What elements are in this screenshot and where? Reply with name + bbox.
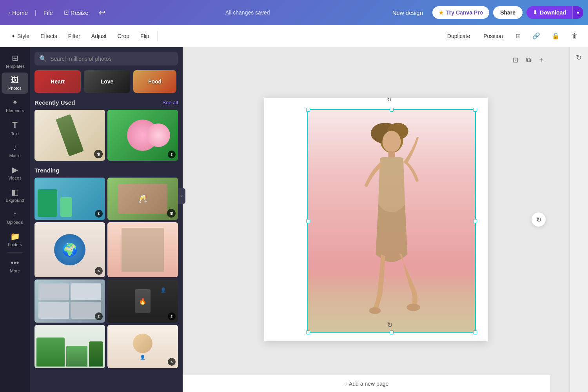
sidebar-item-background[interactable]: ◧ Bkground: [2, 184, 28, 206]
nav-divider: |: [35, 9, 36, 16]
recent-photo-2[interactable]: £: [107, 110, 178, 161]
position-button[interactable]: Position: [479, 31, 508, 42]
handle-middle-right[interactable]: [473, 219, 477, 223]
handle-bottom-left[interactable]: [306, 330, 310, 334]
canvas-refresh-button[interactable]: ↻: [532, 212, 546, 227]
sidebar-item-folders[interactable]: 📁 Folders: [2, 229, 28, 250]
download-icon: ⬇: [533, 9, 537, 16]
crown-badge-t2: ♛: [167, 209, 176, 218]
home-button[interactable]: ‹ Home: [5, 7, 32, 18]
pro-badge-t5: £: [95, 312, 103, 320]
svg-point-5: [369, 307, 381, 314]
trending-photo-5[interactable]: £: [34, 279, 105, 323]
canvas-image: [308, 110, 475, 332]
category-chips: Heart Love Food ›: [34, 70, 178, 93]
canvas-top-buttons: ⊡ ⧉ +: [510, 53, 546, 67]
link-button[interactable]: 🔗: [528, 30, 544, 42]
style-button[interactable]: ✦ Style: [6, 31, 34, 42]
sidebar-item-photos[interactable]: 🖼 Photos: [2, 73, 28, 94]
sidebar-item-uploads[interactable]: ↑ Uploads: [2, 207, 28, 228]
background-label: Bkground: [5, 198, 24, 203]
handle-bottom-right[interactable]: [473, 330, 477, 334]
home-label: Home: [12, 9, 28, 16]
download-dropdown-button[interactable]: ▾: [572, 6, 583, 19]
handle-top-left[interactable]: [306, 108, 310, 112]
save-status: All changes saved: [112, 9, 384, 16]
undo-button[interactable]: ↩: [96, 6, 109, 19]
rotate-icon-top[interactable]: ↻: [387, 96, 392, 103]
sidebar-item-videos[interactable]: ▶ Videos: [2, 162, 28, 183]
rotate-handle-bottom[interactable]: ↻: [387, 321, 393, 329]
folders-icon: 📁: [10, 232, 20, 241]
trending-photo-4[interactable]: [107, 222, 178, 277]
photos-icon: 🖼: [11, 76, 19, 85]
sidebar-item-music[interactable]: ♪ Music: [2, 140, 28, 161]
svg-point-3: [383, 131, 401, 152]
trending-photo-3[interactable]: 🌍 £: [34, 222, 105, 277]
trending-photo-6[interactable]: 🔥 👤 £: [107, 279, 178, 323]
trending-photo-2[interactable]: 🥂 ♛: [107, 178, 178, 220]
toolbar-separator: [157, 31, 158, 42]
add-page-bar[interactable]: + Add a new page: [183, 375, 550, 392]
canvas-expand-button[interactable]: ⊡: [510, 53, 521, 67]
trending-photo-8[interactable]: 👤 £: [107, 325, 178, 368]
category-chip-love[interactable]: Love: [84, 70, 130, 93]
download-button[interactable]: ⬇ Download: [526, 6, 572, 19]
nav-right-group: New design ★ Try Canva Pro Share ⬇ Downl…: [387, 6, 583, 19]
left-sidebar: ⊞ Templates 🖼 Photos ✦ Elements T Text ♪…: [0, 47, 30, 392]
handle-top-right[interactable]: [473, 108, 477, 112]
right-refresh-icon[interactable]: ↻: [573, 50, 585, 65]
category-chip-heart[interactable]: Heart: [34, 70, 81, 93]
category-chip-food[interactable]: Food: [133, 70, 176, 93]
music-label: Music: [9, 153, 21, 158]
trending-photo-7[interactable]: [34, 325, 105, 368]
sidebar-item-text[interactable]: T Text: [2, 117, 28, 139]
canvas-add-button[interactable]: +: [537, 53, 546, 67]
canvas-duplicate-button[interactable]: ⧉: [524, 53, 534, 67]
music-icon: ♪: [13, 143, 17, 152]
see-all-button[interactable]: See all: [162, 100, 178, 105]
handle-top-center[interactable]: [390, 108, 394, 112]
more-label: More: [10, 269, 20, 273]
effects-button[interactable]: Effects: [36, 31, 62, 42]
handle-bottom-center[interactable]: [390, 330, 394, 334]
search-input[interactable]: [50, 56, 173, 62]
file-menu[interactable]: File: [40, 7, 57, 18]
sidebar-item-more[interactable]: ••• More: [2, 255, 28, 276]
navbar: ‹ Home | File ⊡ Resize ↩ All changes sav…: [0, 0, 588, 25]
pro-badge-2: £: [168, 151, 176, 158]
canvas-page: ↻ ↻: [264, 98, 488, 341]
recent-photo-1[interactable]: ♛: [34, 110, 105, 161]
trending-photo-1[interactable]: £: [34, 178, 105, 220]
crown-icon: ★: [439, 9, 444, 16]
download-group: ⬇ Download ▾: [526, 6, 583, 19]
grid-view-button[interactable]: ⊞: [512, 30, 524, 42]
delete-button[interactable]: 🗑: [568, 30, 582, 42]
lock-button[interactable]: 🔒: [548, 30, 564, 42]
handle-middle-left[interactable]: [306, 219, 310, 223]
chip-heart-overlay: Heart: [34, 70, 81, 93]
more-icon: •••: [11, 258, 19, 267]
chip-food-label: Food: [148, 78, 162, 85]
filter-button[interactable]: Filter: [64, 31, 85, 42]
new-design-button[interactable]: New design: [387, 6, 428, 19]
duplicate-button[interactable]: Duplicate: [443, 31, 475, 42]
selected-image-container[interactable]: ↻: [307, 109, 476, 333]
photos-label: Photos: [8, 86, 22, 91]
adjust-button[interactable]: Adjust: [87, 31, 111, 42]
try-pro-button[interactable]: ★ Try Canva Pro: [432, 6, 489, 19]
sidebar-item-elements[interactable]: ✦ Elements: [2, 94, 28, 116]
main-layout: ⊞ Templates 🖼 Photos ✦ Elements T Text ♪…: [0, 47, 588, 392]
photos-panel: 🔍 Heart Love Food › Recently Use: [30, 47, 183, 392]
hide-panel-button[interactable]: ‹: [178, 188, 185, 204]
flip-button[interactable]: Flip: [136, 31, 154, 42]
crown-badge-1: ♛: [94, 150, 103, 158]
download-label: Download: [540, 9, 566, 16]
svg-point-6: [407, 304, 420, 311]
resize-button[interactable]: ⊡ Resize: [60, 7, 93, 18]
share-button[interactable]: Share: [493, 6, 523, 19]
sidebar-item-templates[interactable]: ⊞ Templates: [2, 50, 28, 72]
crop-button[interactable]: Crop: [113, 31, 134, 42]
uploads-icon: ↑: [13, 210, 17, 219]
chip-love-overlay: Love: [84, 70, 130, 93]
